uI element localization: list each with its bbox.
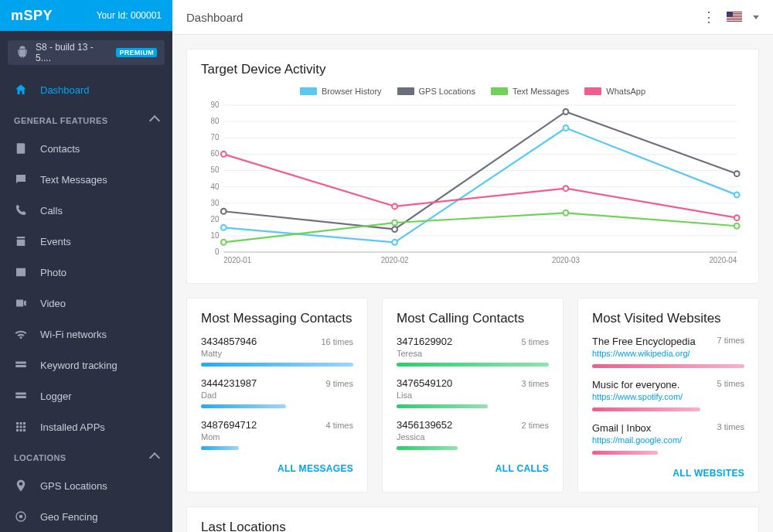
nav-item-geo-fencing[interactable]: Geo Fencing: [0, 501, 172, 532]
android-icon: [15, 45, 29, 61]
site-title: The Free Encyclopedia: [592, 336, 696, 347]
last-locations-title: Last Locations: [201, 520, 744, 532]
chevron-up-icon: [149, 115, 160, 126]
nav-item-installed-apps[interactable]: Installed APPs: [0, 411, 172, 442]
contact-name: Teresa: [397, 349, 549, 358]
progress-bar: [397, 404, 488, 408]
card-calling: Most Calling Contacts 34716299025 timesT…: [382, 298, 564, 493]
progress-bar: [592, 451, 658, 455]
progress-bar: [201, 446, 239, 450]
installed-apps-icon: [14, 420, 28, 434]
text-messages-icon: [14, 172, 28, 186]
chevron-up-icon: [149, 452, 160, 463]
contact-item[interactable]: 34876947124 timesMom: [201, 419, 353, 450]
nav-section-locations[interactable]: LOCATIONS: [0, 442, 172, 470]
site-title: Music for everyone.: [592, 379, 683, 390]
logger-icon: [14, 389, 28, 403]
kebab-menu-icon[interactable]: ⋮: [702, 9, 716, 26]
svg-point-33: [564, 109, 569, 114]
contact-number: 3444231987: [201, 377, 257, 389]
all-calls-link[interactable]: ALL CALLS: [495, 463, 549, 474]
card-last-locations: Last Locations: [186, 506, 759, 532]
site-url[interactable]: https://www.wikipedia.org/: [592, 349, 696, 358]
contact-number: 3456139652: [397, 419, 452, 431]
site-count: 5 times: [717, 379, 744, 388]
us-flag-icon[interactable]: [727, 12, 742, 22]
nav-item-gps-locations[interactable]: GPS Locations: [0, 470, 172, 501]
website-item[interactable]: Music for everyone.https://www.spotify.c…: [592, 379, 744, 411]
contact-count: 4 times: [326, 421, 353, 430]
svg-text:0: 0: [215, 247, 220, 256]
site-url[interactable]: https://mail.google.com/: [592, 435, 682, 445]
nav-item-photo[interactable]: Photo: [0, 257, 172, 288]
home-icon: [14, 83, 28, 97]
content: Target Device Activity Browser HistoryGP…: [172, 35, 773, 532]
contact-item[interactable]: 34561396522 timesJessica: [397, 419, 549, 450]
svg-text:90: 90: [211, 101, 220, 109]
website-item[interactable]: The Free Encyclopediahttps://www.wikiped…: [592, 336, 744, 368]
progress-bar: [201, 404, 286, 408]
nav-item-events[interactable]: Events: [0, 226, 172, 257]
svg-text:30: 30: [211, 199, 220, 207]
nav-section-general[interactable]: GENERAL FEATURES: [0, 105, 172, 133]
topbar: Dashboard ⋮: [172, 0, 773, 35]
nav-item-wi-fi-networks[interactable]: Wi-Fi networks: [0, 319, 172, 350]
legend-item[interactable]: WhatsApp: [584, 87, 645, 96]
svg-point-29: [564, 125, 569, 131]
site-count: 7 times: [717, 336, 744, 345]
card-messaging: Most Messaging Contacts 343485794616 tim…: [186, 298, 368, 493]
calls-icon: [14, 203, 28, 217]
card-websites: Most Visited Websites The Free Encyclope…: [577, 298, 759, 493]
svg-text:2020-01: 2020-01: [223, 256, 251, 264]
svg-point-39: [221, 152, 226, 157]
legend-item[interactable]: Browser History: [300, 87, 382, 96]
contact-count: 3 times: [522, 379, 549, 388]
all-messages-link[interactable]: ALL MESSAGES: [278, 463, 353, 474]
svg-text:70: 70: [211, 133, 220, 142]
svg-text:2020-02: 2020-02: [381, 256, 409, 264]
site-url[interactable]: https://www.spotify.com/: [592, 392, 683, 401]
nav-item-video[interactable]: Video: [0, 288, 172, 319]
svg-text:50: 50: [211, 165, 220, 174]
all-websites-link[interactable]: ALL WEBSITES: [673, 468, 744, 479]
nav-item-keyword-tracking[interactable]: Keyword tracking: [0, 350, 172, 380]
page-title: Dashboard: [186, 11, 243, 24]
contact-item[interactable]: 34442319879 timesDad: [201, 377, 353, 408]
site-count: 3 times: [717, 422, 744, 431]
caret-down-icon[interactable]: [753, 15, 759, 19]
gps-locations-icon: [14, 479, 28, 493]
contact-item[interactable]: 34765491203 timesLisa: [397, 377, 549, 408]
video-icon: [14, 296, 28, 310]
legend-item[interactable]: Text Messages: [491, 87, 569, 96]
svg-point-37: [564, 210, 569, 216]
svg-point-1: [19, 515, 23, 519]
contact-name: Mom: [201, 432, 353, 442]
svg-text:20: 20: [211, 215, 220, 223]
progress-bar: [201, 363, 353, 367]
contact-name: Dad: [201, 390, 353, 400]
contact-name: Lisa: [397, 390, 549, 400]
svg-point-35: [221, 240, 226, 245]
calling-title: Most Calling Contacts: [397, 311, 549, 326]
svg-point-34: [734, 171, 740, 176]
svg-text:60: 60: [211, 149, 220, 158]
contact-item[interactable]: 34716299025 timesTeresa: [397, 336, 549, 367]
nav-item-calls[interactable]: Calls: [0, 195, 172, 226]
contact-name: Jessica: [397, 432, 549, 442]
sidebar: mSPY Your Id: 000001 S8 - build 13 - 5..…: [0, 0, 172, 532]
user-id: Your Id: 000001: [97, 10, 162, 21]
nav-item-logger[interactable]: Logger: [0, 380, 172, 411]
device-picker[interactable]: S8 - build 13 - 5.... PREMIUM: [8, 40, 165, 65]
website-item[interactable]: Gmail | Inboxhttps://mail.google.com/3 t…: [592, 422, 744, 455]
legend-swatch: [584, 87, 601, 95]
contact-count: 16 times: [321, 337, 353, 346]
contact-item[interactable]: 343485794616 timesMatty: [201, 336, 353, 367]
nav-item-contacts[interactable]: Contacts: [0, 133, 172, 164]
nav-item-text-messages[interactable]: Text Messages: [0, 164, 172, 195]
legend-item[interactable]: GPS Locations: [397, 87, 475, 96]
legend-swatch: [491, 87, 508, 95]
contact-count: 5 times: [522, 337, 549, 346]
contact-name: Matty: [201, 349, 353, 358]
websites-title: Most Visited Websites: [592, 311, 744, 326]
nav-dashboard[interactable]: Dashboard: [0, 74, 172, 105]
